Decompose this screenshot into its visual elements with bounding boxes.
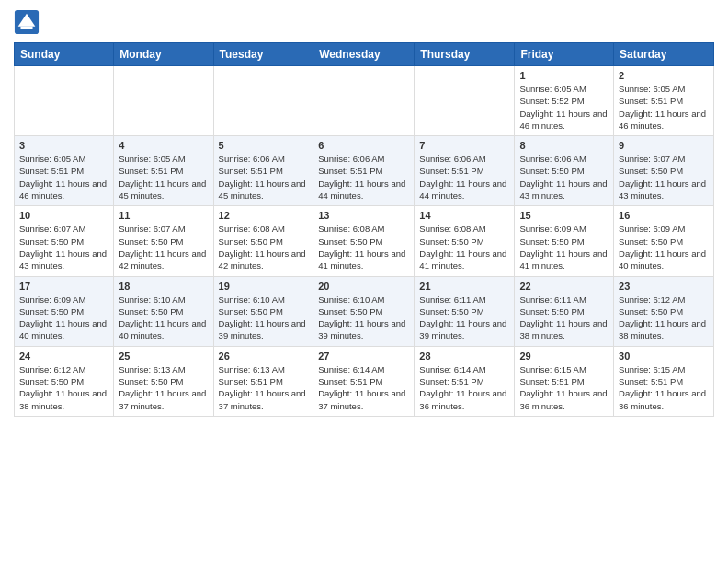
day-number: 29 — [519, 350, 609, 362]
day-info: Sunrise: 6:10 AMSunset: 5:50 PMDaylight:… — [219, 293, 309, 342]
calendar-week-3: 10Sunrise: 6:07 AMSunset: 5:50 PMDayligh… — [15, 206, 714, 276]
calendar-week-2: 3Sunrise: 6:05 AMSunset: 5:51 PMDaylight… — [15, 136, 714, 206]
calendar-cell-week5-day3: 26Sunrise: 6:13 AMSunset: 5:51 PMDayligh… — [213, 346, 313, 416]
weekday-header-wednesday: Wednesday — [313, 43, 415, 66]
logo — [14, 9, 43, 35]
calendar-cell-week2-day5: 7Sunrise: 6:06 AMSunset: 5:51 PMDaylight… — [415, 136, 515, 206]
day-info: Sunrise: 6:09 AMSunset: 5:50 PMDaylight:… — [519, 223, 609, 271]
day-info: Sunrise: 6:15 AMSunset: 5:51 PMDaylight:… — [519, 363, 609, 412]
day-info: Sunrise: 6:05 AMSunset: 5:51 PMDaylight:… — [619, 83, 709, 132]
day-info: Sunrise: 6:14 AMSunset: 5:51 PMDaylight:… — [419, 363, 509, 412]
calendar-cell-week4-day4: 20Sunrise: 6:10 AMSunset: 5:50 PMDayligh… — [313, 276, 415, 346]
day-info: Sunrise: 6:07 AMSunset: 5:50 PMDaylight:… — [19, 223, 108, 271]
day-number: 3 — [19, 140, 108, 151]
day-info: Sunrise: 6:12 AMSunset: 5:50 PMDaylight:… — [19, 363, 108, 412]
calendar-cell-week5-day2: 25Sunrise: 6:13 AMSunset: 5:50 PMDayligh… — [114, 346, 213, 416]
day-number: 18 — [119, 281, 208, 292]
calendar-cell-week3-day2: 11Sunrise: 6:07 AMSunset: 5:50 PMDayligh… — [114, 206, 213, 276]
day-info: Sunrise: 6:05 AMSunset: 5:51 PMDaylight:… — [119, 153, 208, 201]
day-info: Sunrise: 6:10 AMSunset: 5:50 PMDaylight:… — [318, 293, 409, 342]
calendar-cell-week2-day7: 9Sunrise: 6:07 AMSunset: 5:50 PMDaylight… — [614, 136, 714, 206]
day-number: 21 — [419, 281, 509, 292]
day-info: Sunrise: 6:06 AMSunset: 5:51 PMDaylight:… — [219, 153, 309, 201]
calendar-week-5: 24Sunrise: 6:12 AMSunset: 5:50 PMDayligh… — [15, 346, 714, 416]
day-number: 9 — [619, 140, 709, 151]
day-number: 11 — [119, 210, 208, 221]
calendar-cell-week1-day6: 1Sunrise: 6:05 AMSunset: 5:52 PMDaylight… — [515, 66, 614, 136]
day-info: Sunrise: 6:08 AMSunset: 5:50 PMDaylight:… — [419, 223, 509, 271]
day-number: 5 — [219, 140, 309, 151]
day-info: Sunrise: 6:05 AMSunset: 5:52 PMDaylight:… — [519, 83, 609, 132]
day-number: 20 — [318, 281, 409, 292]
day-number: 30 — [619, 350, 709, 362]
day-info: Sunrise: 6:13 AMSunset: 5:51 PMDaylight:… — [219, 363, 309, 412]
day-number: 4 — [119, 140, 208, 151]
calendar-cell-week4-day2: 18Sunrise: 6:10 AMSunset: 5:50 PMDayligh… — [114, 276, 213, 346]
day-info: Sunrise: 6:06 AMSunset: 5:51 PMDaylight:… — [318, 153, 409, 201]
calendar-cell-week3-day3: 12Sunrise: 6:08 AMSunset: 5:50 PMDayligh… — [213, 206, 313, 276]
calendar-cell-week5-day1: 24Sunrise: 6:12 AMSunset: 5:50 PMDayligh… — [15, 346, 114, 416]
day-number: 23 — [619, 281, 709, 292]
weekday-header-monday: Monday — [114, 43, 213, 66]
day-number: 2 — [619, 70, 709, 81]
header — [14, 9, 714, 35]
day-number: 7 — [419, 140, 509, 151]
calendar-cell-week1-day1 — [15, 66, 114, 136]
calendar-cell-week2-day1: 3Sunrise: 6:05 AMSunset: 5:51 PMDaylight… — [15, 136, 114, 206]
day-info: Sunrise: 6:11 AMSunset: 5:50 PMDaylight:… — [519, 293, 609, 342]
day-number: 12 — [219, 210, 309, 221]
calendar-cell-week3-day6: 15Sunrise: 6:09 AMSunset: 5:50 PMDayligh… — [515, 206, 614, 276]
day-info: Sunrise: 6:09 AMSunset: 5:50 PMDaylight:… — [619, 223, 709, 271]
day-number: 15 — [519, 210, 609, 221]
calendar-cell-week4-day1: 17Sunrise: 6:09 AMSunset: 5:50 PMDayligh… — [15, 276, 114, 346]
calendar-cell-week3-day7: 16Sunrise: 6:09 AMSunset: 5:50 PMDayligh… — [614, 206, 714, 276]
calendar-cell-week1-day5 — [415, 66, 515, 136]
day-number: 1 — [519, 70, 609, 81]
day-number: 8 — [519, 140, 609, 151]
calendar-cell-week1-day3 — [213, 66, 313, 136]
weekday-header-saturday: Saturday — [614, 43, 714, 66]
calendar-week-4: 17Sunrise: 6:09 AMSunset: 5:50 PMDayligh… — [15, 276, 714, 346]
day-info: Sunrise: 6:11 AMSunset: 5:50 PMDaylight:… — [419, 293, 509, 342]
calendar-cell-week4-day6: 22Sunrise: 6:11 AMSunset: 5:50 PMDayligh… — [515, 276, 614, 346]
calendar-cell-week5-day5: 28Sunrise: 6:14 AMSunset: 5:51 PMDayligh… — [415, 346, 515, 416]
day-number: 17 — [19, 281, 108, 292]
weekday-header-thursday: Thursday — [415, 43, 515, 66]
day-number: 22 — [519, 281, 609, 292]
day-number: 19 — [219, 281, 309, 292]
day-number: 26 — [219, 350, 309, 362]
logo-icon — [14, 9, 40, 35]
calendar-cell-week4-day3: 19Sunrise: 6:10 AMSunset: 5:50 PMDayligh… — [213, 276, 313, 346]
calendar-cell-week1-day2 — [114, 66, 213, 136]
day-info: Sunrise: 6:10 AMSunset: 5:50 PMDaylight:… — [119, 293, 208, 342]
weekday-header-row: SundayMondayTuesdayWednesdayThursdayFrid… — [15, 43, 714, 66]
page: SundayMondayTuesdayWednesdayThursdayFrid… — [0, 0, 728, 563]
day-info: Sunrise: 6:09 AMSunset: 5:50 PMDaylight:… — [19, 293, 108, 342]
calendar-cell-week3-day1: 10Sunrise: 6:07 AMSunset: 5:50 PMDayligh… — [15, 206, 114, 276]
calendar-cell-week5-day6: 29Sunrise: 6:15 AMSunset: 5:51 PMDayligh… — [515, 346, 614, 416]
day-number: 25 — [119, 350, 208, 362]
day-info: Sunrise: 6:07 AMSunset: 5:50 PMDaylight:… — [619, 153, 709, 201]
day-number: 28 — [419, 350, 509, 362]
svg-rect-2 — [20, 27, 32, 29]
day-number: 10 — [19, 210, 108, 221]
day-info: Sunrise: 6:05 AMSunset: 5:51 PMDaylight:… — [19, 153, 108, 201]
weekday-header-tuesday: Tuesday — [213, 43, 313, 66]
calendar-cell-week2-day6: 8Sunrise: 6:06 AMSunset: 5:50 PMDaylight… — [515, 136, 614, 206]
calendar-cell-week4-day5: 21Sunrise: 6:11 AMSunset: 5:50 PMDayligh… — [415, 276, 515, 346]
day-info: Sunrise: 6:13 AMSunset: 5:50 PMDaylight:… — [119, 363, 208, 412]
weekday-header-friday: Friday — [515, 43, 614, 66]
day-number: 14 — [419, 210, 509, 221]
day-info: Sunrise: 6:06 AMSunset: 5:51 PMDaylight:… — [419, 153, 509, 201]
calendar-cell-week1-day7: 2Sunrise: 6:05 AMSunset: 5:51 PMDaylight… — [614, 66, 714, 136]
day-number: 6 — [318, 140, 409, 151]
day-number: 27 — [318, 350, 409, 362]
calendar-cell-week2-day4: 6Sunrise: 6:06 AMSunset: 5:51 PMDaylight… — [313, 136, 415, 206]
calendar-cell-week5-day4: 27Sunrise: 6:14 AMSunset: 5:51 PMDayligh… — [313, 346, 415, 416]
calendar-cell-week3-day5: 14Sunrise: 6:08 AMSunset: 5:50 PMDayligh… — [415, 206, 515, 276]
day-info: Sunrise: 6:08 AMSunset: 5:50 PMDaylight:… — [219, 223, 309, 271]
calendar-cell-week4-day7: 23Sunrise: 6:12 AMSunset: 5:50 PMDayligh… — [614, 276, 714, 346]
day-number: 13 — [318, 210, 409, 221]
calendar-cell-week1-day4 — [313, 66, 415, 136]
day-info: Sunrise: 6:14 AMSunset: 5:51 PMDaylight:… — [318, 363, 409, 412]
